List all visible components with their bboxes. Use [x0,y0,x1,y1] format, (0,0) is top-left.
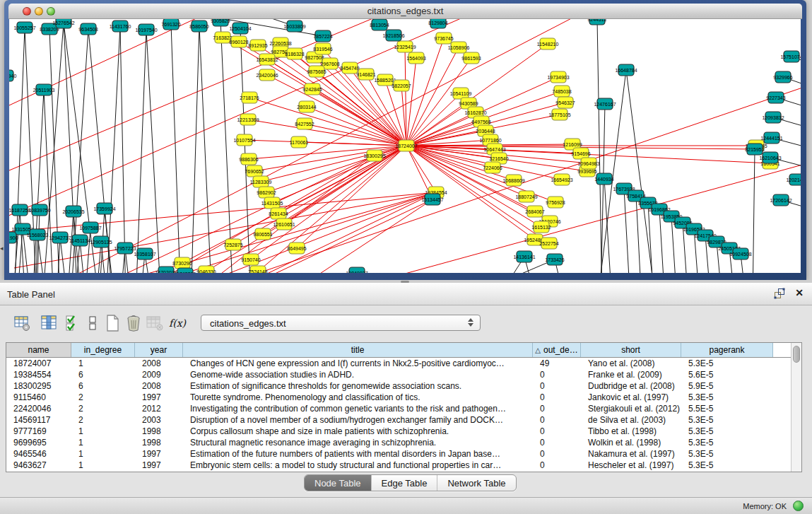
table-scrollbar-thumb[interactable] [793,346,800,363]
graph-edge [20,210,25,273]
table-cell: 9699695 [6,437,71,448]
graph-edge [171,24,181,273]
checkmarks-icon [65,315,81,332]
graph-edge [220,21,233,273]
graph-node-label: 10840037 [346,271,367,274]
graph-node-label: 9736745 [434,36,453,41]
graph-node-label: 11431505 [261,201,283,206]
close-panel-icon[interactable]: ✕ [795,287,804,298]
table-cell: 5.9E-5 [681,380,773,392]
column-header-in_degree[interactable]: in_degree [71,343,135,357]
graph-node-label: 12213369 [237,117,259,122]
graph-node-label: 8261434 [269,211,288,216]
table-cell: 18724007 [6,358,71,369]
graph-node-label: 9546327 [555,100,575,105]
graph-node-label: 6497568 [471,119,490,124]
graph-edge [146,30,161,273]
table-tabs: Node TableEdge TableNetwork Table [304,474,517,491]
function-builder-button[interactable]: f(x) [168,313,187,333]
panel-collapse-arrow-icon[interactable]: ◂ [0,245,4,252]
column-header-out_de[interactable]: △out_de… [533,343,581,357]
graph-node-label: 15276542 [52,21,74,25]
tab-edge-table[interactable]: Edge Table [372,475,438,491]
select-columns-button[interactable] [64,313,82,333]
graph-edge [248,119,406,146]
table-scrollbar[interactable] [791,343,801,472]
table-row[interactable]: 1872400712008Changes of HCN gene express… [6,358,791,369]
graph-node-label: 1733426 [545,257,564,262]
table-cell: 14569117 [6,414,71,426]
graph-edge [106,26,120,273]
graph-node-label: 16187258 [9,208,31,213]
table-row[interactable]: 946554611997Estimation of the future num… [6,448,791,460]
graph-edge [249,98,406,146]
table-cell: 1997 [135,460,183,471]
graph-node-label: 16654923 [551,177,572,182]
network-canvas-svg[interactable]: 1872400718300295193845547163822896012889… [9,19,801,273]
table-cell: 1 [71,448,135,460]
graph-node-label: 12021403 [786,177,801,182]
table-selector-dropdown[interactable]: citations_edges.txt [201,315,481,331]
table-cell: 2008 [135,358,183,369]
table-cell: Tourette syndrome. Phenomenology and cla… [183,392,533,403]
graph-node-label: 10647443 [483,147,505,152]
network-canvas[interactable]: 1872400718300295193845547163822896012889… [9,19,801,273]
graph-node-label: 9862902 [257,190,276,195]
table-row[interactable]: 1830029562008Estimation of significance … [6,380,791,392]
graph-node-label: 9331900 [9,235,18,240]
table-row[interactable]: 946362711997Embryonic stem cells: a mode… [6,460,791,471]
network-window-titlebar[interactable]: citations_edges.txt [8,4,802,19]
graph-node-label: 16648784 [615,68,637,73]
tab-network-table[interactable]: Network Table [437,475,515,491]
table-cell: 2 [71,414,135,426]
table-row[interactable]: 977716911998Corpus callosum shape and si… [6,426,791,437]
delete-table-button[interactable] [124,313,143,333]
table-cell: 0 [533,392,581,403]
graph-node-label: 17957223 [114,246,136,251]
column-header-pagerank[interactable]: pagerank [681,343,773,357]
graph-node-label: 9046330 [196,269,216,274]
graph-node-label: 14136141 [513,255,535,259]
delete-columns-button-disabled[interactable] [146,313,164,333]
tab-node-table[interactable]: Node Table [305,475,372,491]
new-document-icon [104,314,121,332]
graph-edge [136,30,146,273]
graph-node-label: 8319546 [313,47,332,52]
graph-edge [261,146,406,182]
table-mode-button[interactable] [13,313,31,333]
table-cell: 2 [71,392,135,403]
graph-node-label: 10924508 [729,252,751,257]
graph-node-label: 12942737 [49,235,71,240]
graph-node-label: 12093832 [762,115,784,120]
graph-node-label: 9827508 [305,55,324,60]
column-header-title[interactable]: title [183,343,533,357]
graph-node-label: 10688609 [502,178,524,183]
table-row[interactable]: 1456911722003Disruption of a novel membe… [6,414,791,426]
graph-node-label: 7691320 [161,22,180,27]
table-selector-value: citations_edges.txt [210,318,286,329]
memory-status-led-icon[interactable] [793,501,804,511]
table-row[interactable]: 969969511998Structural magnetic resonanc… [6,437,791,448]
graph-node-label: 9305829 [211,19,230,23]
table-row[interactable]: 911546021997Tourette syndrome. Phenomeno… [6,392,791,403]
graph-node-label: 9756928 [546,200,565,205]
create-table-button[interactable] [103,313,122,333]
graph-node-label: 16033809 [283,24,305,29]
table-cell: 18300295 [6,380,71,392]
table-cell: 9465546 [6,448,71,460]
table-cell: 9777169 [6,426,71,437]
table-panel-header: Table Panel ✕ [0,283,812,305]
status-bar: Memory: OK [0,497,812,514]
float-panel-icon[interactable] [774,288,785,299]
graph-node-label: 7224066 [483,165,502,170]
show-columns-button[interactable] [40,313,58,333]
table-cell: 6 [71,369,135,380]
column-header-year[interactable]: year [135,343,183,357]
column-header-short[interactable]: short [581,343,681,357]
graph-node-label: 22260538 [269,41,291,46]
table-row[interactable]: 2242004622012Investigating the contribut… [6,403,791,414]
row-height-button[interactable] [83,313,102,333]
column-header-name[interactable]: name [6,343,71,357]
table-row[interactable]: 1938455462009Genome-wide association stu… [6,369,791,380]
table-cell: 2 [71,403,135,414]
